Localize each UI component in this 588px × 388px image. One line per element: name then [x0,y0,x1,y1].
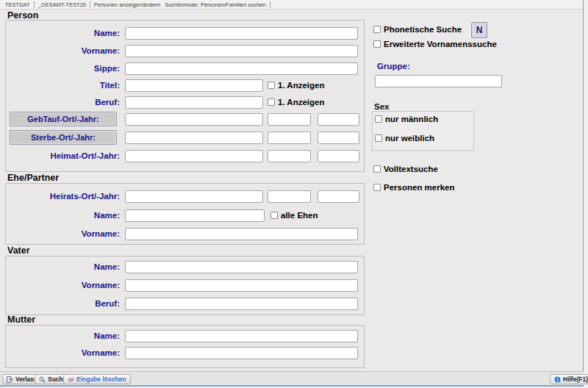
hilfe-label: Hilfe(F1) [563,376,588,383]
ehe-name-label: Name: [6,211,120,220]
sex-group-title: Sex [374,102,389,111]
nur-maennlich-label: nur männlich [385,115,438,123]
gebtauf-ort-jahr-button[interactable]: GebTauf-Ort/-Jahr: [10,112,117,126]
eingabe-loeschen-label: Eingabe löschen [76,376,126,383]
tab-suchformular[interactable]: Suchformular: Personen/Familien suchen [162,1,268,8]
checkbox-icon [373,40,381,48]
heirats-ort-jahr-label: Heirats-Ort/-Jahr: [6,192,120,201]
vater-groupbox: Name: Vorname: Beruf: [5,256,365,315]
sex-groupbox: nur männlich nur weiblich [372,111,474,151]
checkbox-icon [375,134,382,142]
section-title-vater: Vater [7,245,30,256]
gruppe-label: Gruppe: [377,62,410,71]
geb-ort-input[interactable] [125,113,263,126]
info-icon [554,376,561,383]
ehe-groupbox: Heirats-Ort/-Jahr: Name: alle Ehen Vorna… [5,183,365,245]
titel-anzeigen-label: 1. Anzeigen [278,81,324,90]
heimat-jahr-bis-input[interactable] [318,150,359,162]
checkbox-icon [270,212,278,219]
tab-separator [34,1,35,8]
mutter-vorname-input[interactable] [125,347,358,359]
ehe-vorname-input[interactable] [125,228,358,240]
checkbox-icon [373,26,381,33]
ehe-vorname-label: Vorname: [6,229,120,238]
sterbe-ort-input[interactable] [125,132,263,144]
checkbox-icon [373,184,381,191]
erweiterte-vornamenssuche-label: Erweiterte Vornamenssuche [384,40,497,48]
geb-jahr-bis-input[interactable] [318,113,359,126]
person-sippe-input[interactable] [125,62,358,75]
section-title-ehe: Ehe/Partner [7,173,59,183]
sterbe-ort-jahr-button[interactable]: Sterbe-Ort/-Jahr: [10,130,117,145]
alle-ehen-checkbox[interactable]: alle Ehen [270,211,318,220]
volltextsuche-checkbox[interactable]: Volltextsuche [373,165,438,173]
heimat-ort-jahr-label: Heimat-Ort/-Jahr: [6,151,120,160]
person-beruf-label: Beruf: [6,98,120,107]
tab-database[interactable]: TESTDAT [3,1,32,8]
person-titel-label: Titel: [6,81,120,90]
person-groupbox: Name: Vorname: Sippe: Titel: 1. Anzeigen… [5,20,365,172]
heirat-jahr-bis-input[interactable] [318,190,359,203]
breadcrumb-bar: TESTDAT _GESAMT-TEST20 Personen anzeigen… [0,0,583,10]
personen-merken-label: Personen merken [384,183,455,192]
beruf-anzeigen-checkbox[interactable]: 1. Anzeigen [268,98,324,107]
person-vorname-label: Vorname: [6,46,120,55]
person-name-input[interactable] [125,27,358,40]
vater-name-label: Name: [6,262,120,271]
mutter-vorname-label: Vorname: [6,348,120,357]
person-vorname-input[interactable] [125,45,358,57]
alle-ehen-label: alle Ehen [281,211,318,220]
sterbe-jahr-von-input[interactable] [268,132,311,144]
person-sippe-label: Sippe: [6,64,120,73]
person-titel-input[interactable] [125,79,263,92]
section-title-person: Person [7,10,38,21]
personen-merken-checkbox[interactable]: Personen merken [373,183,455,192]
beruf-anzeigen-label: 1. Anzeigen [278,98,324,107]
heirat-jahr-von-input[interactable] [268,190,311,203]
vater-vorname-input[interactable] [125,279,358,292]
ehe-name-input[interactable] [125,209,265,222]
app-window: TESTDAT _GESAMT-TEST20 Personen anzeigen… [0,0,584,387]
tab-separator [90,1,90,8]
phonetik-n-button[interactable]: N [471,22,487,38]
checkbox-icon [268,82,275,89]
search-icon [39,376,46,383]
person-beruf-input[interactable] [125,96,263,109]
vater-beruf-input[interactable] [125,298,358,310]
checkbox-icon [375,115,382,123]
titel-anzeigen-checkbox[interactable]: 1. Anzeigen [268,81,324,90]
mutter-name-label: Name: [6,331,120,340]
section-title-mutter: Mutter [7,315,35,325]
checkbox-icon [373,165,381,173]
heirat-ort-input[interactable] [125,190,263,203]
sterbe-jahr-bis-input[interactable] [318,132,359,144]
mutter-name-input[interactable] [125,330,358,342]
eingabe-loeschen-button[interactable]: Eingabe löschen [63,374,131,384]
heimat-jahr-von-input[interactable] [268,150,311,162]
erweiterte-vornamenssuche-checkbox[interactable]: Erweiterte Vornamenssuche [373,40,497,48]
vater-name-input[interactable] [125,261,358,273]
gruppe-input[interactable] [375,75,502,87]
person-name-label: Name: [6,29,120,37]
nur-maennlich-checkbox[interactable]: nur männlich [375,115,438,123]
geb-jahr-von-input[interactable] [268,113,311,126]
nur-weiblich-label: nur weiblich [385,134,434,143]
heimat-ort-input[interactable] [125,150,263,162]
nur-weiblich-checkbox[interactable]: nur weiblich [375,134,434,143]
phonetische-suche-label: Phonetische Suche [384,25,462,34]
volltextsuche-label: Volltextsuche [384,165,438,173]
tab-personen-anzeigen[interactable]: Personen anzeigen/ändern [92,1,162,8]
tab-dataset[interactable]: _GESAMT-TEST20 [36,1,88,8]
hilfe-button[interactable]: Hilfe(F1) [550,374,588,384]
eraser-icon [68,376,74,383]
checkbox-icon [268,98,275,106]
vater-beruf-label: Beruf: [6,299,120,308]
tab-separator [270,1,270,8]
phonetische-suche-checkbox[interactable]: Phonetische Suche [373,25,462,34]
vater-vorname-label: Vorname: [6,281,120,290]
status-bar: Verlassen Suchen Eingabe löschen Hilfe(F… [0,371,584,385]
window-accent-line [0,385,584,387]
exit-icon [7,376,13,383]
mutter-groupbox: Name: Vorname: [5,325,365,368]
